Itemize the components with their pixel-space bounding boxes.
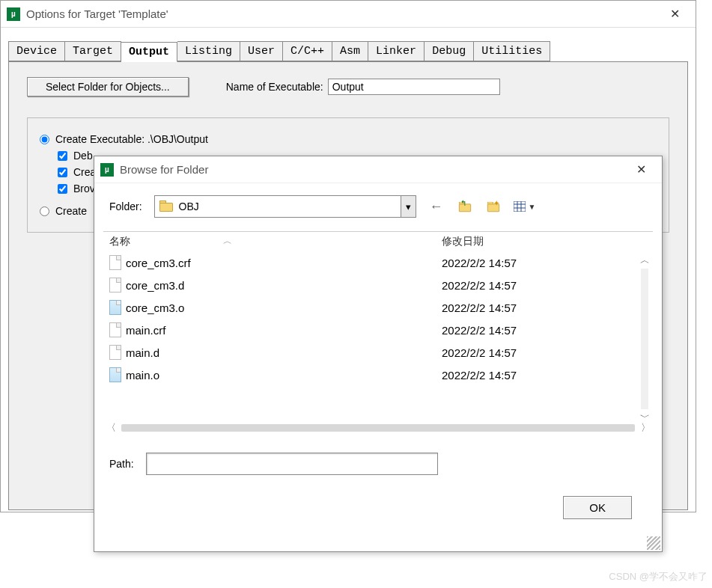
column-name-header[interactable]: 名称 — [105, 235, 442, 248]
browse-titlebar: µ Browse for Folder ✕ — [94, 156, 662, 183]
debug-checkbox[interactable] — [58, 151, 67, 161]
file-row[interactable]: main.crf2022/2/2 14:57 — [103, 319, 653, 341]
select-folder-button[interactable]: Select Folder for Objects... — [27, 77, 189, 97]
file-row[interactable]: core_cm3.crf2022/2/2 14:57 — [103, 251, 653, 274]
browse-checkbox[interactable] — [58, 184, 67, 194]
file-date: 2022/2/2 14:57 — [442, 301, 651, 314]
tab-linker[interactable]: Linker — [368, 41, 425, 61]
column-date-header[interactable]: 修改日期 — [442, 235, 651, 248]
file-list: 名称 ︿ 修改日期 core_cm3.crf2022/2/2 14:57core… — [103, 231, 653, 418]
scroll-track[interactable] — [641, 269, 648, 409]
new-folder-icon[interactable]: ✦ — [485, 199, 502, 214]
file-icon — [109, 322, 121, 337]
file-name: core_cm3.crf — [126, 257, 191, 269]
sort-chevron-icon[interactable]: ︿ — [223, 235, 232, 248]
folder-combo-text: OBJ — [179, 200, 401, 212]
file-row[interactable]: core_cm3.d2022/2/2 14:57 — [103, 274, 653, 296]
file-name: core_cm3.d — [126, 279, 184, 292]
options-titlebar: µ Options for Target 'Template' ✕ — [1, 1, 696, 28]
create-executable-radio[interactable] — [40, 135, 49, 144]
folder-combobox[interactable]: OBJ ▾ — [154, 195, 416, 218]
scroll-track[interactable] — [121, 424, 635, 432]
create-executable-radio-row[interactable]: Create Executable: .\OBJ\Output — [40, 133, 657, 145]
tab-listing[interactable]: Listing — [177, 41, 240, 61]
options-title: Options for Target 'Template' — [26, 7, 660, 20]
file-date: 2022/2/2 14:57 — [442, 324, 651, 337]
file-icon — [109, 255, 121, 270]
file-row[interactable]: main.d2022/2/2 14:57 — [103, 341, 653, 364]
executable-name-input[interactable] — [328, 79, 500, 95]
tab-user[interactable]: User — [240, 41, 283, 61]
file-icon — [109, 367, 121, 382]
browse-folder-dialog: µ Browse for Folder ✕ Folder: OBJ ▾ ← ↰ … — [94, 156, 663, 552]
tab-asm[interactable]: Asm — [332, 41, 368, 61]
tab-target[interactable]: Target — [65, 41, 121, 61]
scroll-up-icon[interactable]: ︿ — [638, 254, 651, 267]
tab-device[interactable]: Device — [8, 41, 65, 61]
horizontal-scrollbar[interactable]: 〈 〉 — [103, 421, 653, 435]
file-date: 2022/2/2 14:57 — [442, 279, 651, 292]
file-list-header: 名称 ︿ 修改日期 — [103, 232, 653, 251]
path-input[interactable] — [146, 453, 438, 475]
resize-grip-icon[interactable] — [647, 536, 660, 550]
ok-button[interactable]: OK — [563, 496, 632, 519]
vertical-scrollbar[interactable]: ︿ ﹀ — [638, 254, 651, 426]
file-name: main.crf — [126, 324, 165, 337]
chevron-down-icon[interactable]: ▾ — [401, 196, 416, 217]
file-name: main.o — [126, 369, 159, 382]
tab-debug[interactable]: Debug — [425, 41, 474, 61]
file-icon — [109, 300, 121, 315]
path-label: Path: — [109, 458, 134, 470]
tab-utilities[interactable]: Utilities — [474, 41, 550, 61]
tab-strip: DeviceTargetOutputListingUserC/C++AsmLin… — [8, 41, 696, 61]
watermark: CSDN @学不会又咋了 — [609, 570, 708, 584]
scroll-down-icon[interactable]: ﹀ — [638, 411, 651, 424]
file-icon — [109, 345, 121, 360]
file-row[interactable]: main.o2022/2/2 14:57 — [103, 364, 653, 386]
file-date: 2022/2/2 14:57 — [442, 369, 651, 382]
close-icon[interactable]: ✕ — [626, 159, 656, 180]
browse-label: Brov — [73, 183, 95, 195]
create-hex-checkbox[interactable] — [58, 168, 67, 177]
folder-icon — [159, 200, 174, 212]
tab-cc[interactable]: C/C++ — [283, 41, 332, 61]
view-options-icon[interactable] — [514, 201, 526, 212]
create-library-label: Create — [55, 205, 87, 217]
file-row[interactable]: core_cm3.o2022/2/2 14:57 — [103, 296, 653, 319]
app-icon: µ — [7, 7, 20, 21]
debug-label: Deb — [73, 150, 93, 162]
file-date: 2022/2/2 14:57 — [442, 257, 651, 269]
back-arrow-icon[interactable]: ← — [428, 199, 445, 214]
executable-name-label: Name of Executable: — [226, 81, 323, 93]
app-icon: µ — [100, 163, 114, 177]
create-hex-label: Crea — [73, 166, 96, 178]
scroll-left-icon[interactable]: 〈 — [103, 421, 118, 435]
up-folder-icon[interactable]: ↰ — [457, 199, 473, 214]
create-library-radio[interactable] — [40, 206, 49, 216]
file-icon — [109, 278, 121, 293]
folder-label: Folder: — [109, 200, 142, 212]
browse-title: Browse for Folder — [120, 163, 626, 176]
close-icon[interactable]: ✕ — [660, 4, 690, 25]
file-name: main.d — [126, 346, 159, 359]
create-executable-label: Create Executable: .\OBJ\Output — [55, 133, 208, 145]
svg-rect-0 — [514, 201, 526, 212]
file-date: 2022/2/2 14:57 — [442, 346, 651, 359]
file-name: core_cm3.o — [126, 301, 184, 314]
tab-output[interactable]: Output — [121, 42, 177, 62]
chevron-down-icon[interactable]: ▼ — [529, 203, 536, 211]
